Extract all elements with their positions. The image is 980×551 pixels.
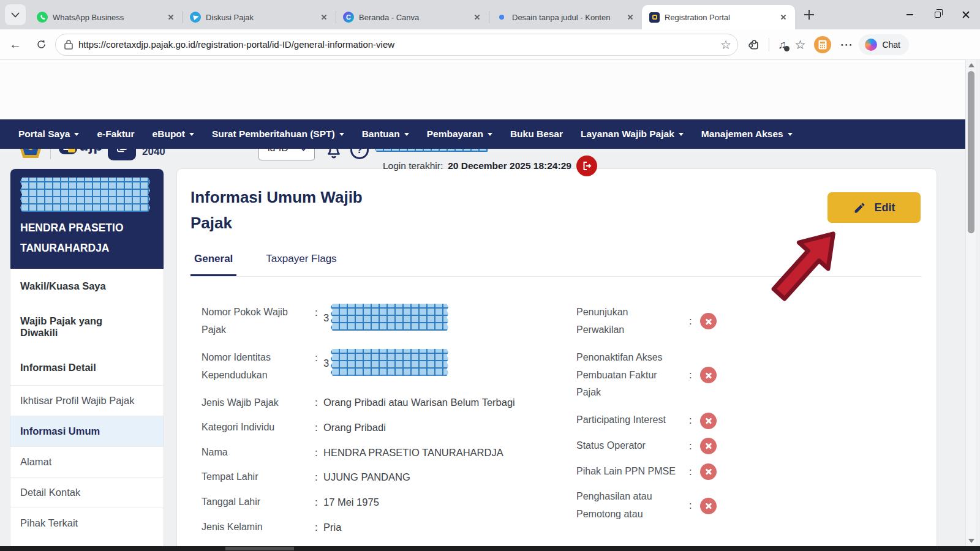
tab-search-button[interactable] xyxy=(5,4,26,25)
field-npwp: Nomor Pokok Wajib Pajak 3 xyxy=(202,304,559,339)
tab-close-icon[interactable] xyxy=(778,12,789,23)
nav-bantuan[interactable]: Bantuan xyxy=(362,129,409,140)
flag-penunjukan-perwakilan: Penunjukan Perwakilan xyxy=(576,304,846,339)
caret-down-icon xyxy=(788,133,793,136)
caret-down-icon xyxy=(488,133,492,136)
tab-taxpayer-flags[interactable]: Taxpayer Flags xyxy=(262,253,340,276)
tab-registration-portal[interactable]: Registration Portal xyxy=(642,5,795,29)
sidebar-item-pihak-terkait[interactable]: Pihak Terkait xyxy=(10,508,164,538)
tab-title: Diskusi Pajak xyxy=(206,13,314,22)
sidebar-item-informasi-umum[interactable]: Informasi Umum xyxy=(10,416,164,446)
field-tanggal-lahir: Tanggal Lahir 17 Mei 1975 xyxy=(202,493,559,512)
tab-close-icon[interactable] xyxy=(472,12,483,23)
refresh-button[interactable] xyxy=(31,34,51,55)
main-navigation: Portal Saya e-Faktur eBupot Surat Pember… xyxy=(0,119,966,149)
nav-manajemen-akses[interactable]: Manajemen Akses xyxy=(701,129,793,140)
media-controls-icon[interactable]: ♫ xyxy=(778,39,786,50)
flag-no-icon[interactable] xyxy=(700,313,717,329)
field-nama: Nama HENDRA PRASETIO TANURAHARDJA xyxy=(202,444,559,462)
scroll-up-icon[interactable] xyxy=(968,63,974,67)
nav-buku-besar[interactable]: Buku Besar xyxy=(510,129,563,140)
copilot-chat-button[interactable]: Chat xyxy=(859,34,909,55)
tab-title: Desain tanpa judul - Konten xyxy=(512,13,620,22)
canva-icon: C xyxy=(343,12,354,23)
nav-portal-saya[interactable]: Portal Saya xyxy=(18,129,79,140)
lock-icon xyxy=(64,39,73,50)
chevron-down-icon xyxy=(11,12,20,18)
tab-close-icon[interactable] xyxy=(165,12,176,23)
scrollbar-thumb[interactable] xyxy=(968,71,974,233)
address-bar[interactable]: https://coretaxdjp.pajak.go.id/registrat… xyxy=(55,34,738,56)
tab-close-icon[interactable] xyxy=(318,12,330,23)
fields-right-column: Penunjukan Perwakilan Penonaktifan Akses… xyxy=(576,304,846,543)
sidebar-item-ikhtisar-profil[interactable]: Ikhtisar Profil Wajib Pajak xyxy=(10,385,164,416)
more-menu-icon[interactable]: ⋯ xyxy=(840,38,853,51)
nav-ebupot[interactable]: eBupot xyxy=(153,129,194,140)
general-information-panel: Informasi Umum Wajib Pajak Edit General … xyxy=(176,168,937,551)
tab-desain[interactable]: Desain tanpa judul - Konten xyxy=(489,5,642,29)
sidebar-item-alamat[interactable]: Alamat xyxy=(10,446,164,477)
horizontal-scrollbar[interactable] xyxy=(0,546,980,551)
refresh-icon xyxy=(36,39,47,50)
favorites-icon[interactable]: ☆ xyxy=(795,39,806,51)
browser-tab-strip: WhatsApp Business Diskusi Pajak C Berand… xyxy=(0,0,980,29)
flag-no-icon[interactable] xyxy=(700,367,717,383)
back-icon: ← xyxy=(9,37,21,51)
field-tempat-lahir: Tempat Lahir UJUNG PANDANG xyxy=(202,468,559,487)
new-tab-button[interactable] xyxy=(800,6,818,24)
field-jenis-kelamin: Jenis Kelamin Pria xyxy=(202,519,559,537)
edit-button[interactable]: Edit xyxy=(827,192,921,223)
back-button[interactable]: ← xyxy=(5,34,26,55)
logout-button[interactable] xyxy=(576,156,597,176)
profile-sidebar: HENDRA PRASETIO TANURAHARDJA Wakil/Kuasa… xyxy=(10,168,164,551)
flag-no-icon[interactable] xyxy=(700,413,717,429)
sidebar-item-detail-kontak[interactable]: Detail Kontak xyxy=(10,477,164,508)
tab-title: WhatsApp Business xyxy=(53,13,160,22)
flag-no-icon[interactable] xyxy=(700,438,717,454)
extensions-icon[interactable] xyxy=(747,38,760,51)
tab-close-icon[interactable] xyxy=(625,12,636,23)
minimize-button[interactable] xyxy=(895,0,924,29)
telegram-icon xyxy=(190,12,201,23)
close-icon xyxy=(962,10,970,19)
restore-button[interactable] xyxy=(924,0,952,29)
field-nik: Nomor Identitas Kependudukan 3 xyxy=(202,349,559,384)
flag-no-icon[interactable] xyxy=(700,463,717,480)
sidebar-item-wajib-pajak-yang-diwakili[interactable]: Wajib Pajak yang Diwakili xyxy=(10,304,139,350)
calculator-icon[interactable] xyxy=(814,36,831,53)
nav-pembayaran[interactable]: Pembayaran xyxy=(427,129,492,140)
nav-spt[interactable]: Surat Pemberitahuan (SPT) xyxy=(212,129,344,140)
close-button[interactable] xyxy=(952,0,980,29)
horizontal-scrollbar-thumb[interactable] xyxy=(225,547,294,550)
last-login-label: Login terakhir: xyxy=(383,160,443,171)
copilot-icon xyxy=(865,39,877,51)
pencil-icon xyxy=(853,201,866,214)
nav-layanan-wajib-pajak[interactable]: Layanan Wajib Pajak xyxy=(581,129,684,140)
minimize-icon xyxy=(907,14,913,15)
caret-down-icon xyxy=(404,133,409,136)
bookmark-star-icon[interactable]: ☆ xyxy=(720,39,731,51)
scroll-down-icon[interactable] xyxy=(968,539,974,543)
caret-down-icon xyxy=(339,133,344,136)
logout-icon xyxy=(581,160,592,171)
nik-value-redaction xyxy=(331,349,448,376)
vertical-scrollbar[interactable] xyxy=(965,60,976,546)
caret-down-icon xyxy=(679,133,684,136)
tab-general[interactable]: General xyxy=(190,253,236,276)
flag-pihak-lain-ppn-pmse: Pihak Lain PPN PMSE xyxy=(576,463,846,481)
tab-canva[interactable]: C Beranda - Canva xyxy=(336,5,489,29)
field-grid: Nomor Pokok Wajib Pajak 3 Nomor Identita… xyxy=(190,304,922,543)
tab-telegram[interactable]: Diskusi Pajak xyxy=(183,5,336,29)
sidebar-item-informasi-detail[interactable]: Informasi Detail xyxy=(10,350,164,385)
nav-e-faktur[interactable]: e-Faktur xyxy=(97,129,134,140)
tab-whatsapp[interactable]: WhatsApp Business xyxy=(29,5,183,29)
last-login: Login terakhir: 20 December 2025 18:24:2… xyxy=(383,156,597,176)
sidebar-item-wakil-kuasa-saya[interactable]: Wakil/Kuasa Saya xyxy=(10,269,164,304)
copilot-chat-label: Chat xyxy=(882,40,900,50)
redacted-prefix: 3 xyxy=(323,358,329,369)
flag-no-icon[interactable] xyxy=(700,498,717,514)
sidebar-header: HENDRA PRASETIO TANURAHARDJA xyxy=(10,169,164,269)
flag-penonaktifan-akses: Penonaktifan Akses Pembuatan Faktur Paja… xyxy=(576,349,846,402)
toolbar-icons: ♫ ☆ ⋯ xyxy=(747,36,853,53)
npwp-value-redaction xyxy=(331,304,448,331)
